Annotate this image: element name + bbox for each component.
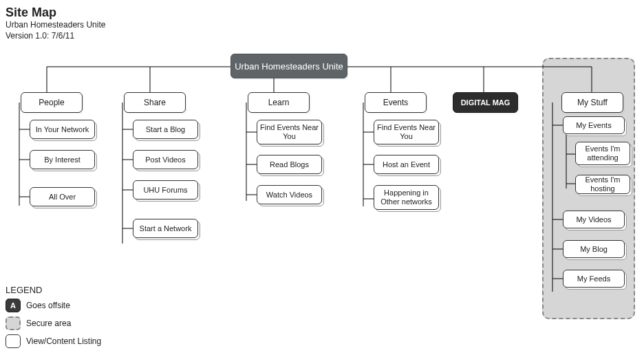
node-read-blogs: Read Blogs xyxy=(257,155,322,174)
legend-listing-label: View/Content Listing xyxy=(26,336,101,346)
node-events-hosting: Events I'm hosting xyxy=(575,175,630,194)
node-find-events-learn: Find Events Near You xyxy=(257,120,322,144)
legend-listing-swatch xyxy=(6,334,21,348)
cat-digital-mag: DIGITAL MAG xyxy=(453,92,518,113)
legend-title: LEGEND xyxy=(6,285,101,295)
node-start-a-network: Start a Network xyxy=(133,219,198,238)
legend-offsite-row: A Goes offsite xyxy=(6,299,101,312)
legend-listing-row: View/Content Listing xyxy=(6,334,101,348)
node-host-an-event: Host an Event xyxy=(374,155,439,174)
legend-secure-row: Secure area xyxy=(6,316,101,330)
node-happening-other: Happening in Other networks xyxy=(374,185,439,210)
legend-secure-swatch xyxy=(6,316,21,330)
node-watch-videos: Watch Videos xyxy=(257,185,322,204)
cat-digital-mag-label: DIGITAL MAG xyxy=(461,98,511,107)
cat-people-label: People xyxy=(39,98,64,107)
cat-events-label: Events xyxy=(383,98,409,107)
page-title: Site Map xyxy=(6,6,638,20)
page-subtitle: Urban Homesteaders Unite xyxy=(6,20,638,31)
node-in-your-network: In Your Network xyxy=(30,120,95,139)
cat-share: Share xyxy=(124,92,186,113)
page-version: Version 1.0: 7/6/11 xyxy=(6,31,638,42)
cat-learn: Learn xyxy=(248,92,310,113)
node-all-over: All Over xyxy=(30,187,95,206)
header: Site Map Urban Homesteaders Unite Versio… xyxy=(6,6,638,41)
legend: LEGEND A Goes offsite Secure area View/C… xyxy=(6,285,101,352)
node-my-blog: My Blog xyxy=(563,240,625,258)
node-post-videos: Post Videos xyxy=(133,150,198,169)
node-my-feeds: My Feeds xyxy=(563,270,625,288)
node-events-attending: Events I'm attending xyxy=(575,142,630,165)
legend-offsite-swatch: A xyxy=(6,299,21,312)
node-by-interest: By Interest xyxy=(30,150,95,169)
cat-events: Events xyxy=(365,92,427,113)
node-start-a-blog: Start a Blog xyxy=(133,120,198,139)
cat-mystuff-label: My Stuff xyxy=(577,98,608,107)
node-my-events: My Events xyxy=(563,116,625,134)
cat-learn-label: Learn xyxy=(268,98,290,107)
cat-people: People xyxy=(21,92,83,113)
root-node: Urban Homesteaders Unite xyxy=(230,54,347,78)
node-uhu-forums: UHU Forums xyxy=(133,180,198,200)
cat-share-label: Share xyxy=(144,98,166,107)
legend-offsite-label: Goes offsite xyxy=(26,301,70,310)
root-label: Urban Homesteaders Unite xyxy=(235,61,343,72)
node-find-events-events: Find Events Near You xyxy=(374,120,439,144)
node-my-videos: My Videos xyxy=(563,211,625,228)
legend-secure-label: Secure area xyxy=(26,319,71,328)
cat-mystuff: My Stuff xyxy=(561,92,623,113)
